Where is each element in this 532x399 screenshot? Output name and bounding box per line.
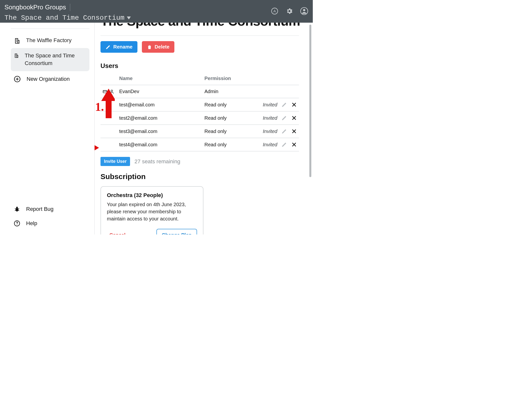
sidebar-divider — [11, 29, 89, 29]
sidebar-item-label: The Waffle Factory — [26, 37, 72, 44]
scrollbar[interactable] — [309, 25, 311, 231]
bug-icon — [14, 206, 20, 212]
plus-circle-icon — [14, 76, 21, 83]
users-table: Name Permission EvanDevAdmintest@email.c… — [100, 73, 299, 151]
caret-down-icon — [127, 17, 131, 19]
subscription-plan: Orchestra (32 People) — [107, 192, 197, 199]
card-icon — [102, 89, 107, 94]
svg-point-25 — [17, 224, 17, 225]
svg-rect-6 — [18, 40, 19, 43]
pencil-icon — [105, 44, 111, 50]
person-icon — [109, 89, 114, 94]
change-plan-label: Change Plan — [162, 232, 192, 234]
rename-label: Rename — [113, 44, 133, 50]
annotation-arrow-2: 2. — [95, 140, 100, 156]
users-section-title: Users — [100, 62, 299, 70]
table-row: test3@email.comRead onlyInvited — [100, 125, 299, 138]
svg-point-4 — [303, 9, 305, 11]
heading-rule — [100, 35, 299, 36]
user-name: test@email.com — [117, 98, 202, 111]
new-organization-label: New Organization — [27, 76, 70, 82]
seats-remaining: 27 seats remaining — [134, 158, 180, 165]
remove-icon[interactable] — [291, 142, 297, 148]
user-name: test2@email.com — [117, 111, 202, 125]
user-permission: Read only — [202, 125, 250, 138]
help-button[interactable]: Help — [11, 216, 89, 231]
rename-button[interactable]: Rename — [100, 41, 137, 53]
table-row: EvanDevAdmin — [100, 85, 299, 98]
page-title: The Space and Time Consortium — [100, 23, 299, 29]
help-icon — [14, 220, 20, 227]
help-label: Help — [26, 220, 37, 227]
building-icon — [14, 52, 19, 59]
invite-user-button[interactable]: Invite User — [100, 157, 130, 166]
table-row: test4@email.comRead onlyInvited — [100, 138, 299, 151]
svg-marker-0 — [127, 17, 131, 19]
sidebar-item-org-1[interactable]: The Space and Time Consortium — [11, 48, 89, 71]
auto-icon[interactable]: A — [270, 7, 279, 15]
sidebar: The Waffle Factory The Space and Time Co… — [0, 23, 95, 234]
user-status: Invited — [263, 102, 277, 108]
user-permission: Read only — [202, 111, 250, 125]
user-name: test3@email.com — [117, 125, 202, 138]
table-row: test2@email.comRead onlyInvited — [100, 111, 299, 125]
app-title-text: SongbookPro Groups — [4, 3, 66, 11]
user-permission: Read only — [202, 138, 250, 151]
org-selector-label: The Space and Time Consortium — [4, 14, 124, 22]
user-permission: Read only — [202, 98, 250, 111]
topbar: SongbookPro Groups The Space and Time Co… — [0, 0, 313, 23]
subscription-section-title: Subscription — [100, 172, 299, 181]
edit-icon[interactable] — [281, 102, 287, 108]
edit-icon[interactable] — [281, 115, 287, 121]
edit-icon[interactable] — [281, 128, 287, 134]
cancel-label: Cancel — [109, 232, 126, 234]
building-icon — [14, 38, 20, 44]
svg-point-19 — [16, 207, 18, 208]
report-bug-button[interactable]: Report Bug — [11, 202, 89, 216]
col-header-permission: Permission — [202, 73, 250, 85]
user-name: EvanDev — [117, 85, 202, 98]
remove-icon[interactable] — [291, 102, 297, 108]
org-selector[interactable]: The Space and Time Consortium — [4, 14, 131, 22]
subscription-message: Your plan expired on 4th June 2023, plea… — [107, 201, 197, 222]
main-content: The Space and Time Consortium Rename Del… — [95, 23, 313, 234]
user-status: Invited — [263, 129, 277, 134]
svg-line-20 — [15, 209, 16, 209]
trash-icon — [147, 44, 152, 50]
change-plan-button[interactable]: Change Plan — [156, 229, 197, 234]
delete-label: Delete — [155, 44, 169, 50]
col-header-name: Name — [117, 73, 202, 85]
sidebar-item-label: The Space and Time Consortium — [25, 52, 86, 67]
account-icon[interactable] — [300, 7, 308, 15]
user-status: Invited — [263, 115, 277, 121]
subscription-card: Orchestra (32 People) Your plan expired … — [100, 186, 203, 234]
edit-icon[interactable] — [281, 142, 287, 148]
svg-point-18 — [16, 208, 18, 212]
remove-icon[interactable] — [291, 115, 297, 121]
user-status: Invited — [263, 142, 277, 148]
svg-rect-26 — [103, 90, 107, 93]
gear-icon[interactable] — [285, 7, 294, 15]
svg-marker-38 — [95, 141, 99, 155]
sidebar-item-org-0[interactable]: The Waffle Factory — [11, 33, 89, 48]
title-divider — [70, 4, 70, 11]
report-bug-label: Report Bug — [26, 206, 53, 212]
user-name: test4@email.com — [117, 138, 202, 151]
svg-line-21 — [18, 209, 19, 209]
svg-line-23 — [18, 210, 19, 211]
invite-user-label: Invite User — [104, 159, 127, 164]
user-permission: Admin — [202, 85, 250, 98]
table-row: test@email.comRead onlyInvited — [100, 98, 299, 111]
new-organization-button[interactable]: New Organization — [11, 71, 89, 87]
svg-point-28 — [111, 90, 113, 92]
cancel-subscription-button[interactable]: Cancel — [107, 230, 128, 234]
app-title: SongbookPro Groups — [4, 3, 131, 11]
delete-button[interactable]: Delete — [142, 41, 174, 53]
svg-line-22 — [15, 210, 16, 211]
remove-icon[interactable] — [291, 128, 297, 134]
svg-text:A: A — [273, 9, 276, 13]
svg-rect-11 — [17, 55, 18, 57]
